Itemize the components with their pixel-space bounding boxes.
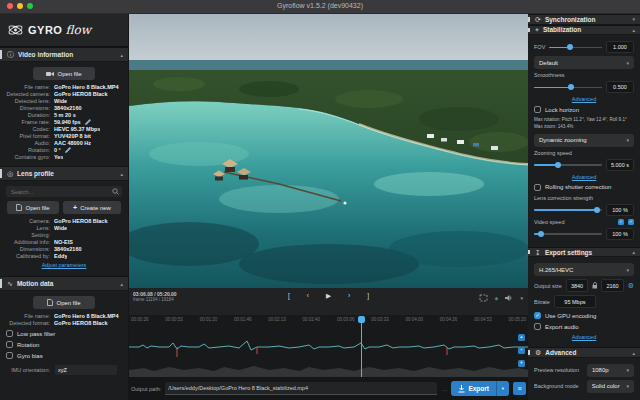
row-value: GoPro Hero 8 Black.MP4 (54, 84, 119, 90)
collapse-chevron-icon[interactable]: ▴ (120, 52, 123, 58)
tick-label: 00:04:53 (474, 317, 492, 322)
lens-search-input[interactable] (9, 188, 112, 196)
row-value: HEVC 95.37 Mbps (54, 126, 100, 132)
row-value: 5 m 20 s (54, 112, 76, 118)
video-open-file-button[interactable]: Open file (33, 67, 95, 80)
export-audio-checkbox-row[interactable]: Export audio (534, 323, 634, 330)
timeline-button-up[interactable]: ▴ (518, 334, 525, 341)
zooming-mode-dropdown[interactable]: Dynamic zooming ▾ (534, 134, 634, 147)
previous-frame-button[interactable]: ‹ (307, 293, 309, 300)
motion-data-header[interactable]: ∿ Motion data ▴ (0, 276, 128, 291)
collapse-chevron-icon[interactable]: ▴ (632, 27, 635, 33)
zooming-speed-slider[interactable] (534, 161, 602, 169)
row-label: Audio: (4, 140, 50, 146)
rotation-checkbox-row[interactable]: Rotation (6, 341, 122, 348)
zooming-speed-value[interactable]: 5.000 s (606, 159, 634, 171)
checkbox[interactable] (6, 330, 13, 337)
stabilization-icon: ⌖ (535, 26, 539, 33)
stabilization-mode-dropdown[interactable]: Default ▾ (534, 56, 634, 69)
codec-dropdown[interactable]: H.265/HEVC ▾ (534, 263, 634, 276)
video-speed-value[interactable]: 100 % (606, 228, 634, 240)
edit-pencil-icon[interactable] (85, 119, 91, 125)
smoothness-value[interactable]: 0.500 (606, 81, 634, 93)
timeline-button-down[interactable]: ▾ (518, 360, 525, 367)
gpu-encoding-checkbox-row[interactable]: Use GPU encoding (534, 312, 634, 319)
checkbox-label: Rotation (17, 342, 39, 348)
fov-slider[interactable] (549, 43, 602, 51)
lock-aspect-icon[interactable] (592, 282, 597, 289)
checkbox[interactable] (6, 352, 13, 359)
width-input[interactable]: 3840 (566, 279, 588, 292)
imu-orientation-input[interactable] (54, 364, 118, 376)
checkbox-label: Gyro bias (17, 353, 43, 359)
render-queue-button[interactable]: ≡ (513, 382, 526, 395)
video-speed-option-1[interactable]: ✓ (618, 219, 624, 225)
lock-horizon-checkbox-row[interactable]: Lock horizon (534, 106, 634, 113)
rolling-shutter-checkbox-row[interactable]: Rolling shutter correction (534, 184, 634, 191)
lens-open-file-button[interactable]: Open file (7, 201, 59, 214)
play-button[interactable]: ▶ (326, 293, 331, 300)
checkbox[interactable] (534, 184, 541, 191)
zooming-advanced-link[interactable]: Advanced (534, 174, 634, 180)
zoom-dropdown-chevron-icon[interactable]: ▾ (520, 296, 523, 301)
video-speed-option-2[interactable]: ✓ (628, 219, 634, 225)
collapse-chevron-icon[interactable]: ▴ (632, 350, 635, 356)
output-path-input[interactable] (165, 382, 437, 395)
smoothness-slider[interactable] (534, 83, 602, 91)
expand-chevron-icon[interactable]: ▾ (632, 16, 635, 22)
low-pass-filter-checkbox-row[interactable]: Low pass filter (6, 330, 122, 337)
export-settings-header[interactable]: ↧ Export settings ▴ (528, 247, 640, 258)
timeline[interactable]: 00:00:26 00:00:53 00:01:20 00:01:46 00:0… (129, 315, 528, 377)
lens-profile-header[interactable]: ◎ Lens profile ▴ (0, 166, 128, 181)
stabilization-header[interactable]: ⌖ Stabilization ▴ (528, 25, 640, 36)
collapse-chevron-icon[interactable]: ▴ (120, 281, 123, 287)
checkbox[interactable] (534, 312, 541, 319)
adjust-parameters-link[interactable]: Adjust parameters (4, 262, 124, 268)
jump-to-start-button[interactable]: [ (288, 293, 290, 300)
height-input[interactable]: 2160 (601, 279, 623, 292)
export-button[interactable]: Export (451, 381, 496, 396)
checkbox[interactable] (534, 106, 541, 113)
collapse-chevron-icon[interactable]: ▴ (632, 249, 635, 255)
jump-to-end-button[interactable]: ] (367, 293, 369, 300)
checkbox[interactable] (6, 341, 13, 348)
dropdown-value: H.265/HEVC (539, 267, 626, 273)
info-row: Dimensions:3840x2160 (4, 246, 124, 252)
synchronization-header[interactable]: ⟳ Synchronization ▾ (528, 14, 640, 25)
lens-create-new-button[interactable]: + Create new (63, 201, 121, 214)
browse-button[interactable]: … (441, 386, 447, 392)
video-speed-slider[interactable] (534, 230, 602, 238)
gyro-bias-checkbox-row[interactable]: Gyro bias (6, 352, 122, 359)
video-information-header[interactable]: ⓘ Video information ▴ (0, 47, 128, 62)
safe-area-guide-icon[interactable] (479, 294, 488, 302)
export-options-chevron[interactable]: ▾ (496, 381, 509, 396)
lens-correction-value[interactable]: 100 % (606, 204, 634, 216)
row-value: YUV420P 8 bit (54, 133, 91, 139)
fov-value[interactable]: 1.000 (606, 41, 634, 53)
chevron-down-icon: ▾ (626, 60, 629, 66)
timeline-button-mid[interactable]: ▪ (518, 347, 525, 354)
output-size-gear-icon[interactable]: ⚙ (628, 282, 634, 289)
timeline-ticks: 00:00:26 00:00:53 00:01:20 00:01:46 00:0… (129, 315, 528, 322)
video-speed-row: 100 % (534, 228, 634, 240)
collapse-chevron-icon[interactable]: ▴ (120, 171, 123, 177)
player-toolbar: ⌖ ▾ (479, 294, 523, 302)
checkbox[interactable] (534, 323, 541, 330)
motion-open-file-button[interactable]: Open file (33, 296, 95, 309)
preview-resolution-dropdown[interactable]: 1080p ▾ (587, 364, 634, 377)
export-advanced-link[interactable]: Advanced (534, 334, 634, 340)
video-preview[interactable] (129, 14, 528, 288)
audio-mute-icon[interactable] (505, 294, 513, 302)
bitrate-input[interactable]: 95 Mbps (554, 295, 596, 308)
lens-correction-slider[interactable] (534, 206, 602, 214)
playhead-handle[interactable] (358, 316, 365, 323)
max-values-text: Max rotation: Pitch 11.2°, Yaw 12.4°, Ro… (534, 117, 634, 131)
next-frame-button[interactable]: › (348, 293, 350, 300)
edit-pencil-icon[interactable] (65, 147, 71, 153)
stabilization-advanced-link[interactable]: Advanced (534, 96, 634, 102)
row-value: GoPro HERO8 Black (54, 218, 108, 224)
background-mode-dropdown[interactable]: Solid color ▾ (587, 380, 634, 393)
info-icon: ⓘ (7, 51, 14, 58)
stabilization-overview-icon[interactable]: ⌖ (495, 295, 499, 302)
advanced-header[interactable]: ⚙ Advanced ▴ (528, 347, 640, 358)
